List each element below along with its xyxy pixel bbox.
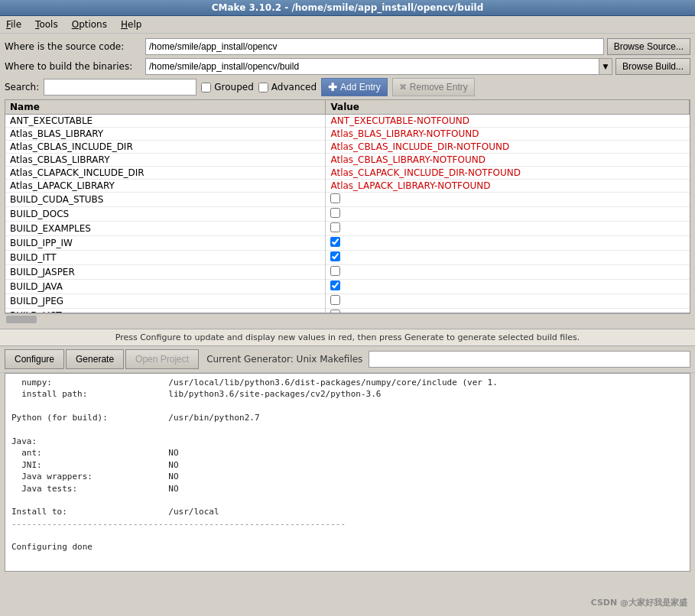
table-cell-name: Atlas_BLAS_LIBRARY (5, 128, 326, 141)
browse-build-button[interactable]: Browse Build... (615, 58, 690, 75)
col-name-header: Name (5, 100, 326, 115)
title-text: CMake 3.10.2 - /home/smile/app_install/o… (212, 2, 484, 13)
table-cell-name: BUILD_JPEG (5, 294, 326, 309)
watermark: CSDN @大家好我是家盛 (591, 597, 687, 608)
build-input[interactable] (145, 58, 599, 75)
table-checkbox[interactable] (330, 251, 340, 261)
table-row: BUILD_IPP_IW (5, 236, 690, 251)
console-line: Java tests: NO (11, 483, 684, 494)
console-line: Configuring done (11, 541, 684, 553)
browse-source-button[interactable]: Browse Source... (607, 38, 690, 55)
table-checkbox[interactable] (330, 193, 340, 203)
menu-file[interactable]: File (3, 18, 24, 31)
table-cell-value[interactable] (326, 294, 690, 309)
table-cell-value: ANT_EXECUTABLE-NOTFOUND (326, 115, 690, 128)
title-bar: CMake 3.10.2 - /home/smile/app_install/o… (0, 0, 695, 16)
remove-entry-label: Remove Entry (410, 82, 468, 92)
console-line: Java: (11, 436, 684, 447)
table-row: Atlas_CBLAS_INCLUDE_DIRAtlas_CBLAS_INCLU… (5, 141, 690, 154)
horizontal-scrollbar[interactable] (5, 313, 690, 324)
console-line (11, 400, 684, 412)
table-cell-name: BUILD_CUDA_STUBS (5, 193, 326, 207)
table-cell-name: Atlas_LAPACK_LIBRARY (5, 180, 326, 193)
search-row: Search: Grouped Advanced ✚ Add Entry ✖ R… (5, 78, 690, 96)
generate-button[interactable]: Generate (66, 349, 124, 369)
source-row: Where is the source code: Browse Source.… (5, 38, 690, 55)
table-checkbox[interactable] (330, 266, 340, 276)
build-label: Where to build the binaries: (5, 61, 142, 72)
cmake-table: Name Value ANT_EXECUTABLEANT_EXECUTABLE-… (5, 100, 690, 313)
col-value-header: Value (326, 100, 690, 115)
source-label: Where is the source code: (5, 41, 142, 52)
console-line (11, 424, 684, 436)
h-scroll-thumb[interactable] (6, 316, 37, 323)
table-row: BUILD_JPEG (5, 294, 690, 309)
table-cell-name: Atlas_CLAPACK_INCLUDE_DIR (5, 167, 326, 180)
table-row: BUILD_EXAMPLES (5, 222, 690, 236)
console-line: Install to: /usr/local (11, 506, 684, 517)
table-checkbox[interactable] (330, 222, 340, 232)
source-input[interactable] (145, 38, 604, 55)
console-line: Java wrappers: NO (11, 471, 684, 482)
table-cell-value: Atlas_LAPACK_LIBRARY-NOTFOUND (326, 180, 690, 193)
output-console[interactable]: numpy: /usr/local/lib/python3.6/dist-pac… (5, 373, 690, 572)
advanced-checkbox-group: Advanced (258, 82, 317, 92)
table-checkbox[interactable] (330, 295, 340, 305)
x-icon: ✖ (399, 82, 407, 92)
table-row: BUILD_CUDA_STUBS (5, 193, 690, 207)
table-row: BUILD_JAVA (5, 280, 690, 294)
menu-bar: File Tools Options Help (0, 16, 695, 34)
table-row: BUILD_JASPER (5, 265, 690, 280)
table-cell-value[interactable] (326, 207, 690, 222)
table-checkbox[interactable] (330, 237, 340, 247)
main-container: Where is the source code: Browse Source.… (0, 34, 695, 329)
generator-input[interactable] (369, 351, 690, 368)
table-row: BUILD_ITT (5, 251, 690, 265)
search-label: Search: (5, 82, 39, 92)
grouped-label: Grouped (214, 82, 254, 92)
table-cell-value: Atlas_CBLAS_INCLUDE_DIR-NOTFOUND (326, 141, 690, 154)
table-cell-value[interactable] (326, 236, 690, 251)
table-cell-value[interactable] (326, 222, 690, 236)
table-cell-name: Atlas_CBLAS_INCLUDE_DIR (5, 141, 326, 154)
table-cell-name: BUILD_DOCS (5, 207, 326, 222)
table-cell-value[interactable] (326, 251, 690, 265)
table-cell-name: BUILD_JAVA (5, 280, 326, 294)
table-cell-name: Atlas_CBLAS_LIBRARY (5, 154, 326, 167)
build-dropdown-button[interactable]: ▼ (599, 58, 612, 75)
menu-tools[interactable]: Tools (32, 18, 61, 31)
table-cell-value[interactable] (326, 265, 690, 280)
plus-icon: ✚ (328, 81, 337, 93)
add-entry-button[interactable]: ✚ Add Entry (321, 78, 388, 96)
remove-entry-button[interactable]: ✖ Remove Entry (392, 78, 475, 96)
table-cell-value[interactable] (326, 280, 690, 294)
table-row: Atlas_CLAPACK_INCLUDE_DIRAtlas_CLAPACK_I… (5, 167, 690, 180)
table-cell-value: Atlas_CBLAS_LIBRARY-NOTFOUND (326, 154, 690, 167)
advanced-checkbox[interactable] (258, 83, 268, 92)
table-checkbox[interactable] (330, 208, 340, 218)
table-cell-name: ANT_EXECUTABLE (5, 115, 326, 128)
table-header-row: Name Value (5, 100, 690, 115)
table-cell-value: Atlas_BLAS_LIBRARY-NOTFOUND (326, 128, 690, 141)
table-row: Atlas_LAPACK_LIBRARYAtlas_LAPACK_LIBRARY… (5, 180, 690, 193)
cmake-table-container[interactable]: Name Value ANT_EXECUTABLEANT_EXECUTABLE-… (5, 99, 690, 313)
search-input[interactable] (44, 79, 196, 96)
grouped-checkbox[interactable] (201, 83, 211, 92)
console-line: install path: lib/python3.6/site-package… (11, 388, 684, 400)
table-checkbox[interactable] (330, 280, 340, 290)
table-cell-value[interactable] (326, 193, 690, 207)
console-line: ----------------------------------------… (11, 518, 684, 530)
status-bar: Press Configure to update and display ne… (0, 329, 695, 346)
table-row: BUILD_DOCS (5, 207, 690, 222)
table-row: ANT_EXECUTABLEANT_EXECUTABLE-NOTFOUND (5, 115, 690, 128)
build-input-group: ▼ (145, 58, 612, 75)
open-project-button[interactable]: Open Project (125, 349, 199, 369)
menu-options[interactable]: Options (69, 18, 110, 31)
table-wrapper: Name Value ANT_EXECUTABLEANT_EXECUTABLE-… (5, 99, 690, 324)
console-line: Python (for build): /usr/bin/python2.7 (11, 412, 684, 423)
table-cell-name: BUILD_JASPER (5, 265, 326, 280)
table-cell-name: BUILD_IPP_IW (5, 236, 326, 251)
menu-help[interactable]: Help (118, 18, 145, 31)
console-line: JNI: NO (11, 459, 684, 471)
configure-button[interactable]: Configure (5, 349, 64, 369)
